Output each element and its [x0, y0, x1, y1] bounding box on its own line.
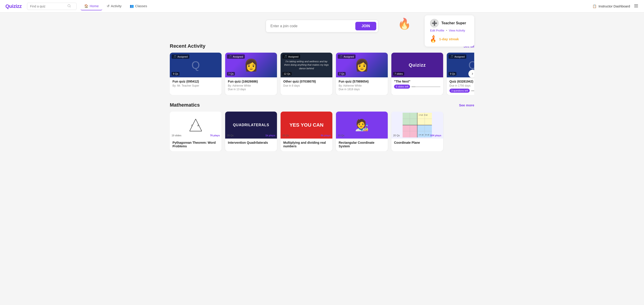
user-card: ➕ Teacher Super Edit Profile • View Acti…	[425, 15, 474, 46]
avatar: ➕	[430, 19, 439, 27]
activity-card[interactable]: 👩 🎵 Assigned 7 Qs Fun quiz (57989054) By…	[336, 53, 388, 95]
streak-text: 1-day streak	[439, 37, 459, 41]
quizizz-logo: Quizizz	[409, 62, 426, 68]
assigned-badge: 🎵 Assigned	[282, 54, 300, 59]
descartes-portrait: 🧑‍🎨	[355, 119, 369, 132]
navbar: Quizizz 🏠 Home ↺ Activity 👥 Classes 📋 In…	[0, 0, 644, 12]
join-section: JOIN 🔥 ➕ Teacher Super Edit Profile • Vi…	[170, 20, 474, 32]
card-title: Fun quiz (57989054)	[339, 80, 385, 83]
progress-fill	[412, 86, 416, 87]
plays-count: 8k plays	[321, 134, 330, 137]
nav-link-home[interactable]: 🏠 Home	[80, 2, 102, 10]
assigned-icon: 🎵	[340, 55, 343, 58]
progress-fill	[471, 90, 474, 91]
math-card-thumb: YES YOU CAN 20 Qs 8k plays	[280, 112, 332, 139]
svg-rect-12	[402, 125, 417, 137]
assigned-badge: 🎵 Assigned	[227, 54, 245, 59]
main-content: JOIN 🔥 ➕ Teacher Super Edit Profile • Vi…	[164, 12, 480, 151]
coord-plane-svg: (-x,y) (x,y) (-x,-y) (x,-y)	[402, 113, 432, 137]
q-count: 20 Qs	[227, 134, 234, 137]
streak-icon-wrap: 🔥 🔥	[430, 35, 437, 43]
nav-label-home: Home	[90, 4, 99, 8]
q-count: 9 Qs	[172, 72, 180, 76]
card-by: By: Mr. Teacher Super	[172, 84, 219, 87]
plays-count: 504 plays	[430, 134, 441, 137]
q-count: 12 Qs	[282, 72, 292, 76]
q-logo: Q	[192, 59, 200, 71]
classes-icon: 👥	[130, 4, 134, 8]
math-card[interactable]: 🧑‍🎨 10 Qs 613 plays Rectangular Coordina…	[336, 112, 388, 151]
activity-card[interactable]: Q 🎵 Assigned 9 Qs Fun quiz (095412) By: …	[170, 53, 222, 95]
assigned-icon: 🎵	[229, 55, 232, 58]
card-due: Due in 13 days	[228, 88, 274, 91]
card-body: Rectangular Coordinate System	[336, 139, 388, 151]
card-title: Rectangular Coordinate System	[339, 141, 385, 148]
search-icon	[67, 4, 71, 8]
yes-you-can-text: YES YOU CAN	[289, 122, 323, 128]
card-title: Other quiz (07038078)	[283, 80, 330, 83]
math-card[interactable]: (-x,y) (x,y) (-x,-y) (x,-y) 20 Qs 504 pl…	[391, 112, 443, 151]
math-card[interactable]: a c 19 slides 76 plays Pythagorean Theor…	[170, 112, 222, 151]
math-card-thumb: QUADRILATERALS 20 Qs 1k plays	[225, 112, 277, 139]
card-body: Other quiz (07038078) Due in 8 days	[280, 77, 332, 90]
card-thumb: Q 🎵 Assigned 9 Qs	[170, 53, 222, 77]
mathematics-header: Mathematics See more	[170, 102, 474, 108]
card-title: Pythagorean Theorem: Word Problems	[172, 141, 219, 148]
q-count: 10 Qs	[338, 134, 344, 137]
view-activity-link[interactable]: View Activity	[449, 29, 465, 32]
nav-links: 🏠 Home ↺ Activity 👥 Classes	[80, 2, 151, 10]
activity-card[interactable]: Quizizz 7 slides "The Nest" 6 slides lef…	[391, 53, 443, 95]
card-thumb: 👩 🎵 Assigned 7 Qs	[336, 53, 388, 77]
instructor-label: Instructor Dashboard	[598, 4, 630, 8]
search-input[interactable]	[30, 4, 66, 8]
assigned-icon: 🎵	[450, 55, 454, 58]
q-count: 20 Qs	[393, 134, 400, 137]
math-card[interactable]: YES YOU CAN 20 Qs 8k plays Multiplying a…	[280, 112, 332, 151]
search-bar[interactable]	[27, 3, 76, 10]
recent-activity-title: Recent Activity	[170, 43, 205, 49]
edit-profile-link[interactable]: Edit Profile	[430, 29, 444, 32]
card-body: Pythagorean Theorem: Word Problems	[170, 139, 222, 151]
see-more-link[interactable]: See more	[459, 103, 474, 107]
face-emoji: 👩	[244, 58, 258, 72]
assigned-badge: 🎵 Assigned	[338, 54, 356, 59]
math-card-thumb: (-x,y) (x,y) (-x,-y) (x,-y) 20 Qs 504 pl…	[391, 112, 443, 139]
svg-text:a: a	[197, 124, 199, 127]
q-logo2: Q	[468, 59, 474, 71]
card-title: Fun quiz (16626686)	[228, 80, 274, 83]
card-thumb: Quizizz 7 slides	[391, 53, 443, 77]
pythagorean-svg: a c	[186, 115, 206, 135]
join-button[interactable]: JOIN	[355, 22, 376, 30]
card-body: Fun quiz (095412) By: Mr. Teacher Super	[170, 77, 222, 90]
q-count: 9 Qs	[448, 72, 456, 76]
nav-label-activity: Activity	[111, 4, 122, 8]
join-code-input[interactable]	[270, 24, 355, 28]
streak-row: 🔥 🔥 1-day streak	[430, 35, 459, 43]
card-thumb: I'm taking writing and wellness and lay …	[280, 53, 332, 77]
progress-track	[412, 86, 440, 87]
nav-link-classes[interactable]: 👥 Classes	[126, 2, 151, 10]
nav-link-activity[interactable]: ↺ Activity	[103, 2, 125, 10]
assigned-badge: 🎵 Assigned	[172, 54, 189, 59]
hamburger-menu[interactable]	[634, 3, 638, 9]
card-body: Fun quiz (16626686) By: Adrienne White D…	[225, 77, 277, 94]
card-due: Due in 8 days	[283, 84, 330, 87]
svg-rect-10	[402, 113, 417, 125]
home-icon: 🏠	[84, 4, 88, 8]
logo[interactable]: Quizizz	[6, 3, 22, 9]
card-due: Due in 1756 days	[450, 84, 474, 87]
activity-card[interactable]: 👩 🎵 Assigned 7 Qs Fun quiz (16626686) By…	[225, 53, 277, 95]
instructor-dashboard-button[interactable]: 📋 Instructor Dashboard	[592, 4, 630, 8]
math-card[interactable]: QUADRILATERALS 20 Qs 1k plays Interventi…	[225, 112, 277, 151]
user-links: Edit Profile • View Activity	[430, 29, 465, 32]
q-count: 7 Qs	[338, 72, 346, 76]
progress-label: 6 slides left	[394, 85, 410, 89]
activity-cards-row: Q 🎵 Assigned 9 Qs Fun quiz (095412) By: …	[170, 53, 474, 95]
face-emoji2: 👩	[355, 58, 369, 72]
card-by: By: Adrienne White	[228, 84, 274, 87]
activity-card[interactable]: I'm taking writing and wellness and lay …	[280, 53, 332, 95]
card-body: Intervention Quadrilaterals	[225, 139, 277, 148]
card-title: "The Nest"	[394, 80, 440, 83]
card-body: "The Nest" 6 slides left	[391, 77, 443, 91]
plays-count: 1k plays	[266, 134, 275, 137]
